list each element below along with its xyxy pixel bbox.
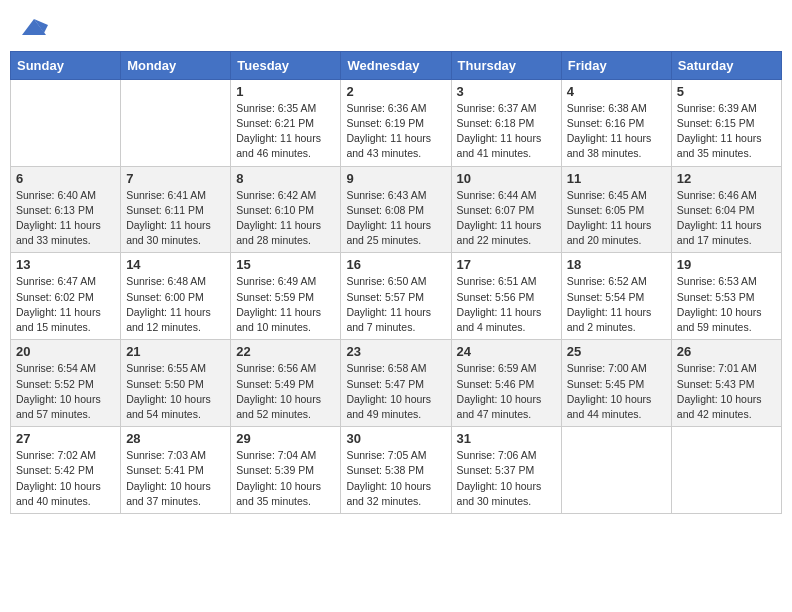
day-info: Sunrise: 6:40 AM Sunset: 6:13 PM Dayligh… bbox=[16, 188, 115, 249]
day-cell: 3Sunrise: 6:37 AM Sunset: 6:18 PM Daylig… bbox=[451, 79, 561, 166]
day-cell: 11Sunrise: 6:45 AM Sunset: 6:05 PM Dayli… bbox=[561, 166, 671, 253]
day-info: Sunrise: 6:45 AM Sunset: 6:05 PM Dayligh… bbox=[567, 188, 666, 249]
day-number: 1 bbox=[236, 84, 335, 99]
day-number: 19 bbox=[677, 257, 776, 272]
day-number: 3 bbox=[457, 84, 556, 99]
day-cell: 22Sunrise: 6:56 AM Sunset: 5:49 PM Dayli… bbox=[231, 340, 341, 427]
day-cell: 21Sunrise: 6:55 AM Sunset: 5:50 PM Dayli… bbox=[121, 340, 231, 427]
day-cell: 23Sunrise: 6:58 AM Sunset: 5:47 PM Dayli… bbox=[341, 340, 451, 427]
day-info: Sunrise: 6:58 AM Sunset: 5:47 PM Dayligh… bbox=[346, 361, 445, 422]
day-cell: 17Sunrise: 6:51 AM Sunset: 5:56 PM Dayli… bbox=[451, 253, 561, 340]
day-number: 2 bbox=[346, 84, 445, 99]
day-number: 24 bbox=[457, 344, 556, 359]
day-number: 11 bbox=[567, 171, 666, 186]
day-number: 30 bbox=[346, 431, 445, 446]
day-info: Sunrise: 6:35 AM Sunset: 6:21 PM Dayligh… bbox=[236, 101, 335, 162]
day-info: Sunrise: 7:03 AM Sunset: 5:41 PM Dayligh… bbox=[126, 448, 225, 509]
day-info: Sunrise: 6:54 AM Sunset: 5:52 PM Dayligh… bbox=[16, 361, 115, 422]
day-cell bbox=[121, 79, 231, 166]
day-number: 15 bbox=[236, 257, 335, 272]
day-cell: 1Sunrise: 6:35 AM Sunset: 6:21 PM Daylig… bbox=[231, 79, 341, 166]
day-info: Sunrise: 6:49 AM Sunset: 5:59 PM Dayligh… bbox=[236, 274, 335, 335]
day-number: 6 bbox=[16, 171, 115, 186]
week-row-2: 6Sunrise: 6:40 AM Sunset: 6:13 PM Daylig… bbox=[11, 166, 782, 253]
day-cell: 24Sunrise: 6:59 AM Sunset: 5:46 PM Dayli… bbox=[451, 340, 561, 427]
header-saturday: Saturday bbox=[671, 51, 781, 79]
day-number: 25 bbox=[567, 344, 666, 359]
header-thursday: Thursday bbox=[451, 51, 561, 79]
day-info: Sunrise: 7:02 AM Sunset: 5:42 PM Dayligh… bbox=[16, 448, 115, 509]
day-cell: 18Sunrise: 6:52 AM Sunset: 5:54 PM Dayli… bbox=[561, 253, 671, 340]
day-info: Sunrise: 6:44 AM Sunset: 6:07 PM Dayligh… bbox=[457, 188, 556, 249]
day-cell: 19Sunrise: 6:53 AM Sunset: 5:53 PM Dayli… bbox=[671, 253, 781, 340]
day-info: Sunrise: 6:38 AM Sunset: 6:16 PM Dayligh… bbox=[567, 101, 666, 162]
day-cell: 13Sunrise: 6:47 AM Sunset: 6:02 PM Dayli… bbox=[11, 253, 121, 340]
day-cell: 28Sunrise: 7:03 AM Sunset: 5:41 PM Dayli… bbox=[121, 427, 231, 514]
day-cell: 16Sunrise: 6:50 AM Sunset: 5:57 PM Dayli… bbox=[341, 253, 451, 340]
day-number: 27 bbox=[16, 431, 115, 446]
day-number: 31 bbox=[457, 431, 556, 446]
day-cell: 2Sunrise: 6:36 AM Sunset: 6:19 PM Daylig… bbox=[341, 79, 451, 166]
day-number: 29 bbox=[236, 431, 335, 446]
day-cell: 8Sunrise: 6:42 AM Sunset: 6:10 PM Daylig… bbox=[231, 166, 341, 253]
day-number: 16 bbox=[346, 257, 445, 272]
day-info: Sunrise: 6:37 AM Sunset: 6:18 PM Dayligh… bbox=[457, 101, 556, 162]
day-info: Sunrise: 6:39 AM Sunset: 6:15 PM Dayligh… bbox=[677, 101, 776, 162]
day-number: 12 bbox=[677, 171, 776, 186]
day-number: 18 bbox=[567, 257, 666, 272]
day-cell: 15Sunrise: 6:49 AM Sunset: 5:59 PM Dayli… bbox=[231, 253, 341, 340]
day-cell: 12Sunrise: 6:46 AM Sunset: 6:04 PM Dayli… bbox=[671, 166, 781, 253]
page-header bbox=[10, 10, 782, 43]
day-number: 23 bbox=[346, 344, 445, 359]
day-cell: 30Sunrise: 7:05 AM Sunset: 5:38 PM Dayli… bbox=[341, 427, 451, 514]
day-cell: 29Sunrise: 7:04 AM Sunset: 5:39 PM Dayli… bbox=[231, 427, 341, 514]
day-info: Sunrise: 6:36 AM Sunset: 6:19 PM Dayligh… bbox=[346, 101, 445, 162]
week-row-5: 27Sunrise: 7:02 AM Sunset: 5:42 PM Dayli… bbox=[11, 427, 782, 514]
day-cell: 20Sunrise: 6:54 AM Sunset: 5:52 PM Dayli… bbox=[11, 340, 121, 427]
day-info: Sunrise: 6:50 AM Sunset: 5:57 PM Dayligh… bbox=[346, 274, 445, 335]
logo-icon bbox=[20, 15, 48, 39]
day-number: 14 bbox=[126, 257, 225, 272]
day-cell: 31Sunrise: 7:06 AM Sunset: 5:37 PM Dayli… bbox=[451, 427, 561, 514]
day-number: 7 bbox=[126, 171, 225, 186]
day-info: Sunrise: 7:01 AM Sunset: 5:43 PM Dayligh… bbox=[677, 361, 776, 422]
header-tuesday: Tuesday bbox=[231, 51, 341, 79]
day-cell: 10Sunrise: 6:44 AM Sunset: 6:07 PM Dayli… bbox=[451, 166, 561, 253]
day-info: Sunrise: 6:55 AM Sunset: 5:50 PM Dayligh… bbox=[126, 361, 225, 422]
header-friday: Friday bbox=[561, 51, 671, 79]
day-cell bbox=[11, 79, 121, 166]
day-info: Sunrise: 6:51 AM Sunset: 5:56 PM Dayligh… bbox=[457, 274, 556, 335]
day-number: 13 bbox=[16, 257, 115, 272]
day-number: 4 bbox=[567, 84, 666, 99]
calendar-table: SundayMondayTuesdayWednesdayThursdayFrid… bbox=[10, 51, 782, 514]
day-info: Sunrise: 7:05 AM Sunset: 5:38 PM Dayligh… bbox=[346, 448, 445, 509]
day-cell: 4Sunrise: 6:38 AM Sunset: 6:16 PM Daylig… bbox=[561, 79, 671, 166]
header-monday: Monday bbox=[121, 51, 231, 79]
day-cell: 25Sunrise: 7:00 AM Sunset: 5:45 PM Dayli… bbox=[561, 340, 671, 427]
header-sunday: Sunday bbox=[11, 51, 121, 79]
day-number: 9 bbox=[346, 171, 445, 186]
day-info: Sunrise: 6:42 AM Sunset: 6:10 PM Dayligh… bbox=[236, 188, 335, 249]
day-number: 22 bbox=[236, 344, 335, 359]
day-cell: 7Sunrise: 6:41 AM Sunset: 6:11 PM Daylig… bbox=[121, 166, 231, 253]
day-number: 20 bbox=[16, 344, 115, 359]
day-cell: 26Sunrise: 7:01 AM Sunset: 5:43 PM Dayli… bbox=[671, 340, 781, 427]
day-info: Sunrise: 6:53 AM Sunset: 5:53 PM Dayligh… bbox=[677, 274, 776, 335]
day-info: Sunrise: 6:43 AM Sunset: 6:08 PM Dayligh… bbox=[346, 188, 445, 249]
day-cell: 5Sunrise: 6:39 AM Sunset: 6:15 PM Daylig… bbox=[671, 79, 781, 166]
day-cell: 14Sunrise: 6:48 AM Sunset: 6:00 PM Dayli… bbox=[121, 253, 231, 340]
day-info: Sunrise: 6:48 AM Sunset: 6:00 PM Dayligh… bbox=[126, 274, 225, 335]
day-info: Sunrise: 6:47 AM Sunset: 6:02 PM Dayligh… bbox=[16, 274, 115, 335]
day-info: Sunrise: 6:41 AM Sunset: 6:11 PM Dayligh… bbox=[126, 188, 225, 249]
day-info: Sunrise: 6:56 AM Sunset: 5:49 PM Dayligh… bbox=[236, 361, 335, 422]
day-info: Sunrise: 7:00 AM Sunset: 5:45 PM Dayligh… bbox=[567, 361, 666, 422]
calendar-header-row: SundayMondayTuesdayWednesdayThursdayFrid… bbox=[11, 51, 782, 79]
day-info: Sunrise: 6:46 AM Sunset: 6:04 PM Dayligh… bbox=[677, 188, 776, 249]
day-cell: 6Sunrise: 6:40 AM Sunset: 6:13 PM Daylig… bbox=[11, 166, 121, 253]
logo bbox=[18, 14, 48, 39]
day-info: Sunrise: 6:59 AM Sunset: 5:46 PM Dayligh… bbox=[457, 361, 556, 422]
week-row-1: 1Sunrise: 6:35 AM Sunset: 6:21 PM Daylig… bbox=[11, 79, 782, 166]
day-number: 5 bbox=[677, 84, 776, 99]
day-number: 8 bbox=[236, 171, 335, 186]
day-cell: 9Sunrise: 6:43 AM Sunset: 6:08 PM Daylig… bbox=[341, 166, 451, 253]
